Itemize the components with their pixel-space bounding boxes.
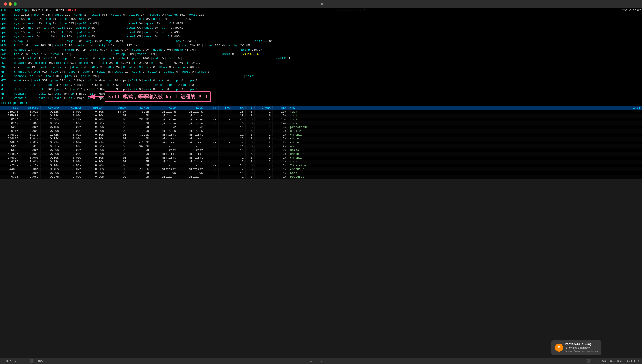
prc-row: PRC | sys 1.21s | user 6.54s | #proc 259… [0, 12, 642, 17]
atop-dashes: ----------------7 [78, 8, 622, 12]
swp-row: SWP | tot 2.6G | free 2.6G | swcac 1.7M … [0, 52, 642, 56]
prc-label: PRC [0, 12, 10, 17]
col-pid: PID [0, 106, 20, 110]
net-transport-row: NET | transport | tcpi 917 | tcpo 948 | … [0, 70, 642, 74]
watermark-text: Mintimate's Blog CPU手册分享技术教程 https://www… [566, 342, 598, 354]
titlebar: atop [0, 0, 642, 8]
pid-input[interactable] [28, 101, 46, 106]
atop-app-label: ATOP - FlagShip [0, 8, 27, 12]
numnode-row: MEM | numnode 1 | | shmem 107.2M | shrss… [0, 48, 642, 52]
ssh-label: ssh • -zsh [3, 359, 20, 363]
cpu-percent: 15% [38, 359, 42, 363]
table-row: 55390.00s0.00s0.00s0.00s0B0Brootroot---1… [0, 148, 642, 152]
process-table-header: PID SYSCPU USRCPU RDELAY BDELAY VGROW RG… [0, 106, 642, 110]
process-table-body: 5391480.02s0.12s0.00s0.00s14.0M9.5Mgitla… [0, 110, 642, 179]
cpu-row-0: cpu | sys 1% | user 10% | irq 0% | idle … [0, 22, 642, 26]
col-usrcpu: USRCPU [40, 106, 61, 110]
table-row: 5356830.01s0.13s0.00s0.00s0B0Bgitlab-wgi… [0, 114, 642, 118]
col-bdelay: BDELAY [83, 106, 106, 110]
terminal-icon: ⬛ [29, 359, 33, 363]
net-network-row: NET | network | ipi 972 | ipo 1000 | ipf… [0, 74, 642, 78]
disk-read: 0.0 kB↓ [610, 359, 623, 363]
col-st: ST [205, 106, 218, 110]
pid-prompt-label: Pid of process: [1, 101, 27, 106]
psi-row: PSI | cpusome 0% | memsome 0% | memfull … [0, 61, 642, 65]
cpu-row-2: cpu | sys 1% | user 7% | irq 0% | idle 9… [0, 30, 642, 35]
col-euid: EUID [178, 106, 205, 110]
window-title: atop [318, 2, 324, 6]
page-indicator: 1/21 [628, 106, 642, 110]
cpu-row-1: cpu | sys 2% | user 6% | irq 0% | idle 9… [0, 26, 642, 30]
atop-elapsed: 25s elapsed [622, 8, 642, 12]
cpl-row: CPL | numcpu 4 | | avg1 0.31 | avg5 0.42… [0, 39, 642, 44]
statusbar: ssh • -zsh ⬛ 15% ▁▂▁▂▁▃▂▁▂▁▁▂▃▂▁▂ ⬛ 7.3 … [0, 358, 642, 364]
cpu-row-3: cpu | sys 1% | user 6% | irq 0% | idle 9… [0, 34, 642, 39]
col-mem: MEM [272, 106, 288, 110]
table-row: 5448240.00s0.00s0.00s0.00s0B0Bmintimatmi… [0, 156, 642, 160]
pag-row: PAG | scan 0 | steal 0 | stall 0 | compa… [0, 56, 642, 61]
table-row: 61170.00s0.00s0.00s0.00s0B0Bgitlab-wgitl… [0, 122, 642, 125]
col-exc: EXC [218, 106, 232, 110]
terminal-content: ATOP - FlagShip | 2024/10/28 20:34:23 PA… [0, 8, 642, 179]
col-vgrow: VGROW [106, 106, 128, 110]
cpu-row-total: CPU | sys 5% | user 29% | irq 1% | idle … [0, 17, 642, 22]
sparkline-icon: ▁▂▁▂▁▃▂▁▂▁▁▂▃▂▁▂ [47, 360, 582, 362]
table-row: 5448440.01s0.02s0.00s0.01s0B-12.0Kmintim… [0, 140, 642, 144]
table-row: 5448250.00s0.00s0.00s0.00s0B0Bmintimatmi… [0, 152, 642, 156]
kill-mode-area: kill 模式，等等输入被 kill 进程的 Pid [86, 92, 211, 102]
table-row: 8950.00s0.00s0.00s0.00s0B0Bwwwwww---11S3… [0, 171, 642, 175]
col-rgrow: RGROW [128, 106, 151, 110]
atop-datetime: 2024/10/28 20:34:23 [30, 8, 64, 12]
col-ruid: RUID [151, 106, 178, 110]
table-row: 56190.01s0.05s0.00s0.00s0B264.0Krootroot… [0, 144, 642, 148]
disk-write: 6.1 kB↑ [627, 359, 639, 363]
close-button[interactable] [4, 2, 7, 6]
atop-header-row: ATOP - FlagShip | 2024/10/28 20:34:23 PA… [0, 8, 642, 12]
col-rdelay: RDELAY [61, 106, 83, 110]
table-row: 62320.02s0.18s0.00s0.00s0B0B992992---11S… [0, 125, 642, 129]
kill-mode-label: kill 模式，等等输入被 kill 进程的 Pid [104, 92, 211, 102]
mem-used: 7.3 GB [595, 359, 606, 363]
minimize-button[interactable] [8, 2, 12, 6]
col-cmd: CMD [288, 106, 628, 110]
mem-row: MEM | tot 7.5G | free 463.6M | avail 2.1… [0, 43, 642, 48]
titlebar-buttons [4, 2, 17, 6]
table-row: 5448680.08s0.45s0.02s0.00s0B-16.0Kmintim… [0, 167, 642, 171]
col-cpunr: CPUNR [254, 106, 272, 110]
atop-status: PAUSED [66, 8, 76, 12]
table-row: 63860.05s0.07s0.00s0.00s0B0Bgitlab-rgitl… [0, 175, 642, 179]
table-row: 61650.00s0.09s0.00s0.00s0B0Bgitlab-wgitl… [0, 129, 642, 133]
watermark-logo: M [555, 344, 563, 352]
table-row: 5391480.02s0.12s0.00s0.00s14.0M9.5Mgitla… [0, 110, 642, 114]
col-s: S [246, 106, 254, 110]
col-syscpu: SYSCPU [20, 106, 40, 110]
net-vethf2f-area: NET | vethf2f ---- | pcki 17 | pcko 4 | … [0, 96, 642, 100]
col-thr: THR [232, 106, 246, 110]
table-row: 62860.03s0.13s0.00s0.00s0B-1.7Mgitlab-wg… [0, 160, 642, 164]
table-row: 273520.12s0.14s0.01s0.00s0B0Brootroot---… [0, 164, 642, 167]
maximize-button[interactable] [14, 2, 17, 6]
net-lo-row: NET | lo ---- | pcki 314 | pcko 314 | sp… [0, 83, 642, 88]
table-row: 62840.11s2.46s0.12s0.00s0B732.0Kgitlab-w… [0, 118, 642, 122]
net-docker0-row: NET | docker0 ---- | pcki 108 | pcko 98 … [0, 87, 642, 92]
cpu-label: CPU [0, 17, 10, 22]
arrow-icon [86, 92, 104, 101]
disk-usage-label: ⬛ [587, 359, 591, 363]
table-row: 5448090.01s0.04s0.00s0.00s0B0Bmintimatmi… [0, 137, 642, 140]
net-eth0-row: NET | eth0 ---- | pcki 552 | pcko 592 | … [0, 78, 642, 83]
watermark: M Mintimate's Blog CPU手册分享技术教程 https://w… [552, 340, 602, 355]
table-row: 5448760.17s1.72s0.02s0.00s0B-32.0Kmintim… [0, 133, 642, 137]
dsk-row: DSK | vda | busy 1% | read 5 | write 145… [0, 65, 642, 70]
